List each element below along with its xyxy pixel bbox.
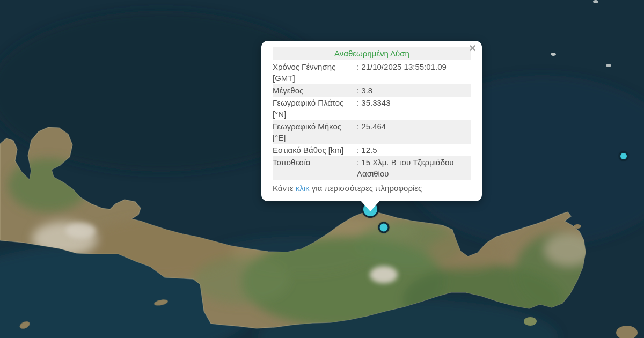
islet-chrysi	[524, 317, 537, 326]
islet-northeast	[574, 224, 581, 229]
islet-far-north-1	[551, 53, 556, 56]
quake-info-popup: × Αναθεωρημένη Λύση Χρόνος Γέννησης [GMT…	[261, 41, 482, 201]
popup-row: Τοποθεσία: 15 Χλμ. Β του Τζερμιάδου Λασι…	[273, 156, 471, 180]
map-viewport: × Αναθεωρημένη Λύση Χρόνος Γέννησης [GMT…	[0, 0, 644, 338]
islet-far-north-2	[606, 64, 611, 67]
row-label: Γεωγραφικό Μήκος [°E]	[273, 121, 357, 143]
row-value: : 21/10/2025 13:55:01.09	[357, 61, 471, 84]
popup-footer: Κάντε κλικ για περισσότερες πληροφορίες	[273, 180, 471, 197]
popup-row: Γεωγραφικό Πλάτος [°N]: 35.3343	[273, 97, 471, 120]
islet-far-north-3	[593, 0, 598, 3]
popup-tail	[361, 201, 380, 211]
popup-title: Αναθεωρημένη Λύση	[273, 47, 471, 60]
close-icon[interactable]: ×	[469, 42, 476, 54]
row-value: : 3.8	[357, 85, 471, 96]
row-value: : 12.5	[357, 144, 471, 156]
row-value: : 35.3343	[357, 97, 471, 120]
row-label: Μέγεθος	[273, 85, 357, 96]
row-value: : 25.464	[357, 121, 471, 143]
row-label: Γεωγραφικό Πλάτος [°N]	[273, 97, 357, 120]
epicenter-secondary-marker[interactable]	[378, 222, 390, 233]
row-label: Χρόνος Γέννησης [GMT]	[273, 61, 357, 84]
row-label: Τοποθεσία	[273, 157, 357, 179]
footer-text-suffix: για περισσότερες πληροφορίες	[310, 183, 422, 193]
more-info-link[interactable]: κλικ	[296, 183, 310, 193]
footer-text-prefix: Κάντε	[273, 183, 296, 193]
popup-row: Μέγεθος: 3.8	[273, 84, 471, 97]
popup-row: Γεωγραφικό Μήκος [°E]: 25.464	[273, 120, 471, 144]
popup-table: Χρόνος Γέννησης [GMT]: 21/10/2025 13:55:…	[273, 61, 471, 180]
epicenter-offshore-marker[interactable]	[619, 151, 628, 161]
row-label: Εστιακό Βάθος [km]	[273, 144, 357, 156]
row-value: : 15 Χλμ. Β του Τζερμιάδου Λασιθίου	[357, 157, 471, 179]
popup-row: Χρόνος Γέννησης [GMT]: 21/10/2025 13:55:…	[273, 61, 471, 84]
popup-row: Εστιακό Βάθος [km]: 12.5	[273, 144, 471, 156]
